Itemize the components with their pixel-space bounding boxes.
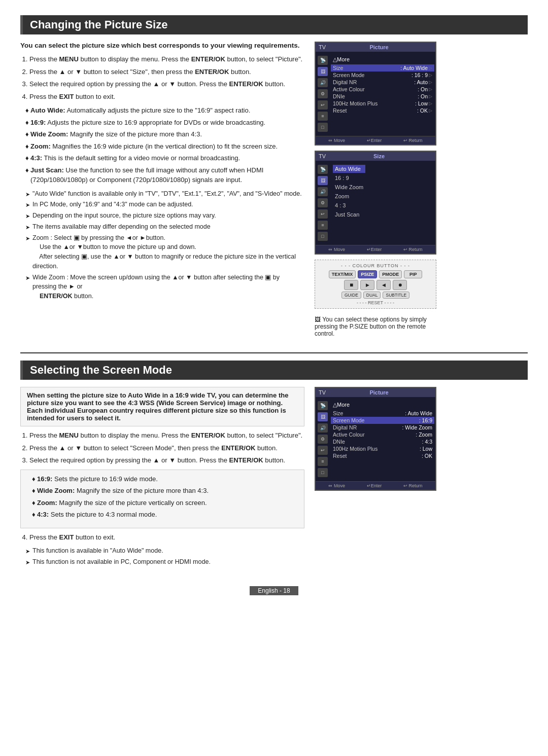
- section2-steps2: Press the EXIT button to exit.: [20, 532, 304, 543]
- section-divider: [20, 352, 528, 353]
- bullet-item: Wide Zoom: Magnify the size of the pictu…: [32, 486, 298, 496]
- tv2-icon-picture: 🖼: [318, 176, 328, 185]
- note-item: In PC Mode, only "16:9" and "4:3" mode c…: [25, 200, 304, 209]
- section1-title: Changing the Picture Size: [20, 15, 528, 34]
- tv3-icon-settings: ⚙: [318, 435, 328, 444]
- section2-intro-box: When setting the picture size to Auto Wi…: [20, 387, 304, 426]
- remote-label: - - - COLOUR BUTTON - - -: [318, 263, 433, 268]
- tv2-footer-return: ↩ Return: [403, 247, 423, 252]
- remote-btn-pip[interactable]: PIP: [404, 270, 422, 278]
- tv-label-size: Size: [333, 65, 343, 71]
- tv2-icon-extra: □: [318, 232, 328, 241]
- remote-btn-pmode[interactable]: PMODE: [379, 270, 402, 278]
- tv3-label-size: Size: [333, 410, 343, 416]
- tv3-footer-return: ↩ Return: [403, 483, 423, 488]
- tv-value-dnie: : On ▷: [418, 93, 432, 99]
- tv3-menu-row-size: Size : Auto Wide: [333, 410, 432, 417]
- tv3-value-ac: : Zoom: [416, 431, 432, 438]
- you-can-text: 🖼 You can select these options by simply…: [315, 316, 447, 337]
- remote-icon-rec[interactable]: ⏺: [393, 280, 407, 290]
- tv-menu-row-dnie: DNIe : On ▷: [333, 93, 432, 100]
- note-item: Depending on the input source, the pictu…: [25, 211, 304, 221]
- tv-icon-settings: ⚙: [318, 89, 328, 98]
- step-item: Press the EXIT button to exit.: [29, 92, 304, 102]
- tv3-menu-row-ac: Active Colour : Zoom: [333, 431, 432, 438]
- tv-footer2: ⇔ Move ↵Enter ↩ Return: [316, 245, 435, 254]
- note-item: "Auto Wide" function is available only i…: [25, 189, 304, 199]
- bullet-item: 4:3: This is the default setting for a v…: [25, 153, 304, 163]
- step-item: Press the MENU button to display the men…: [29, 430, 304, 441]
- tv-size-169: 16 : 9: [333, 174, 365, 182]
- step-item: Select the required option by pressing t…: [29, 455, 304, 465]
- tv3-menu-row-screenmode: Screen Mode : 16:9: [331, 417, 434, 424]
- bullet-item: Auto Wide: Automatically adjusts the pic…: [25, 105, 304, 116]
- tv-icon-channel: ≡: [318, 112, 328, 121]
- tv-icon-input: ↩: [318, 100, 328, 110]
- tv-value-100hz: : Low ▷: [415, 100, 432, 106]
- note-item: Zoom : Select ▣ by pressing the ◄or ►but…: [25, 233, 304, 271]
- tv2-icon-sound: 🔊: [318, 187, 328, 196]
- tv2-icon-channel: ≡: [318, 221, 328, 230]
- tv3-amore-text: △More: [333, 402, 350, 408]
- tv-value-screenmode: : 16 : 9 ▷: [412, 72, 432, 78]
- tv-panel-title: Picture: [326, 44, 432, 50]
- tv3-menu-col: △More Size : Auto Wide Screen Mode : 16:…: [330, 399, 435, 479]
- section2-intro: When setting the picture size to Auto Wi…: [27, 391, 298, 422]
- remote-icons-row: ⏹ ▶ ◀ ⏺: [318, 280, 433, 290]
- remote-extra-row: GUIDE DUAL SUBTITLE: [318, 292, 433, 299]
- bullet-item: Wide Zoom: Magnify the size of the pictu…: [25, 129, 304, 139]
- tv-menu-row-dnr: Digital NR : Auto ▷: [333, 79, 432, 86]
- tv3-icon-picture: 🖼: [318, 412, 328, 421]
- tv-footer-move: ⇔ Move: [328, 138, 345, 143]
- tv-size-zoom: Zoom: [333, 192, 365, 200]
- step-item: Select the required option by pressing t…: [29, 79, 304, 89]
- tv3-footer-move: ⇔ Move: [328, 483, 345, 488]
- bullet-item: Zoom: Magnifies the 16:9 wide picture (i…: [25, 141, 304, 152]
- tv3-label-dnie: DNIe: [333, 439, 345, 445]
- tv-panel-size: TV Size 📡 🖼 🔊 ⚙ ↩ ≡ □ Auto Wide 16 : 9 W…: [315, 151, 436, 255]
- remote-reset-label: - - - - RESET - - - -: [318, 300, 433, 305]
- tv2-footer-move: ⇔ Move: [328, 247, 345, 252]
- tv-icon-picture: 🖼: [318, 67, 328, 76]
- section2-right: TV Picture 📡 🖼 🔊 ⚙ ↩ ≡ □ △More: [315, 387, 447, 571]
- tv3-value-reset: : OK: [422, 453, 432, 459]
- note-item: Wide Zoom : Move the screen up/down usin…: [25, 273, 304, 301]
- note-item: This function is not available in PC, Co…: [25, 557, 304, 567]
- remote-icon-back[interactable]: ◀: [376, 280, 391, 290]
- remote-btn-psize[interactable]: PSIZE: [358, 270, 377, 278]
- tv2-icon-settings: ⚙: [318, 198, 328, 207]
- tv3-menu-row-dnie: DNIe : 4:3: [333, 438, 432, 445]
- tv3-value-100hz: : Low: [420, 446, 432, 452]
- tv-footer-enter: ↵Enter: [367, 138, 382, 143]
- remote-btn-guide[interactable]: GUIDE: [341, 292, 361, 299]
- section1-steps: Press the MENU button to display the men…: [20, 54, 304, 101]
- tv3-value-screenmode: : 16:9: [419, 417, 432, 423]
- tv-label-dnie: DNIe: [333, 93, 345, 99]
- tv-panel3-header: TV Picture: [316, 388, 435, 397]
- tv-size-list: Auto Wide 16 : 9 Wide Zoom Zoom 4 : 3 Ju…: [330, 163, 368, 243]
- remote-icon-stop[interactable]: ⏹: [344, 280, 358, 290]
- tv2-icons-col: 📡 🖼 🔊 ⚙ ↩ ≡ □: [316, 163, 330, 243]
- tv-footer-return: ↩ Return: [403, 138, 423, 143]
- tv-panel2-body: 📡 🖼 🔊 ⚙ ↩ ≡ □ Auto Wide 16 : 9 Wide Zoom…: [316, 161, 435, 245]
- section2-left: When setting the picture size to Auto Wi…: [20, 387, 304, 571]
- remote-btn-textmix[interactable]: TEXT/MIX: [329, 270, 356, 278]
- tv-menu-row-100hz: 100Hz Motion Plus : Low ▷: [333, 100, 432, 107]
- tv-footer1: ⇔ Move ↵Enter ↩ Return: [316, 136, 435, 145]
- step-item: Press the MENU button to display the men…: [29, 54, 304, 64]
- tv-icon-extra: □: [318, 123, 328, 132]
- tv3-label: TV: [319, 389, 326, 395]
- tv3-value-dnie: : 4:3: [422, 439, 432, 445]
- step-item: Press the ▲ or ▼ button to select "Size"…: [29, 67, 304, 77]
- remote-icon-play[interactable]: ▶: [360, 280, 374, 290]
- tv3-amore-row: △More: [333, 401, 432, 409]
- remote-btn-dual[interactable]: DUAL: [363, 292, 381, 299]
- tv2-footer-enter: ↵Enter: [367, 247, 382, 252]
- remote-btn-subtitle[interactable]: SUBTITLE: [383, 292, 409, 299]
- tv3-footer-enter: ↵Enter: [367, 483, 382, 488]
- tv3-icon-channel: ≡: [318, 457, 328, 466]
- bullet-item: 4:3: Sets the picture to 4:3 normal mode…: [32, 510, 298, 520]
- tv3-label-100hz: 100Hz Motion Plus: [333, 446, 378, 452]
- tv3-icon-antenna: 📡: [318, 401, 328, 410]
- tv3-label-reset: Reset: [333, 453, 347, 459]
